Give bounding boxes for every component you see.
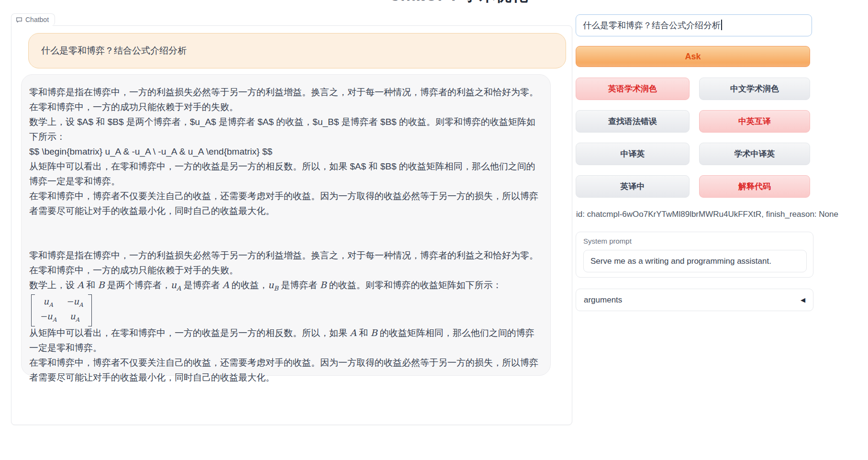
question-input-value: 什么是零和博弈？结合公式介绍分析	[583, 21, 721, 30]
function-button[interactable]: 英译中	[576, 175, 690, 198]
function-button[interactable]: 中译英	[576, 143, 690, 165]
math-inline: A	[350, 327, 356, 338]
bot-paragraph: 在零和博弈中，博弈者不仅要关注自己的收益，还需要考虑对手的收益。因为一方取得的收…	[29, 355, 543, 385]
function-button[interactable]: 学术中译英	[699, 143, 810, 165]
question-input[interactable]: 什么是零和博弈？结合公式介绍分析	[576, 14, 812, 36]
page-title: ChatGPT 学术优化	[389, 0, 528, 6]
function-button[interactable]: 中英互译	[699, 110, 810, 133]
math-inline: A	[223, 280, 229, 290]
system-prompt-group: System prompt	[576, 232, 813, 278]
function-button[interactable]: 中文学术润色	[699, 78, 810, 100]
matrix-cell: −uA	[66, 296, 83, 311]
matrix-cell: −uA	[40, 311, 56, 325]
status-line: id: chatcmpl-6wOo7KrYTwMl89lbrMWRu4UkFFX…	[576, 210, 838, 219]
bot-paragraph: 零和博弈是指在博弈中，一方的利益损失必然等于另一方的利益增益。换言之，对于每一种…	[29, 85, 543, 114]
math-inline: uB	[268, 280, 278, 290]
arguments-accordion[interactable]: arguments ◀	[576, 289, 813, 311]
arguments-accordion-label: arguments	[584, 295, 801, 305]
text-run: 是两个博弈者，	[105, 280, 171, 290]
composer-column: 什么是零和博弈？结合公式介绍分析 Ask 英语学术润色中文学术润色查找语法错误中…	[576, 0, 812, 460]
function-button[interactable]: 英语学术润色	[576, 78, 690, 100]
function-button[interactable]: 查找语法错误	[576, 110, 690, 133]
system-prompt-label: System prompt	[583, 237, 632, 245]
math-inline: B	[320, 280, 326, 290]
matrix-cells: uA−uA−uAuA	[35, 294, 88, 326]
matrix-right-bracket-icon	[88, 294, 92, 326]
text-run: 从矩阵中可以看出，在零和博弈中，一方的收益是另一方的相反数。所以，如果	[29, 328, 350, 338]
matrix-cell: uA	[40, 296, 56, 311]
app-root: ChatGPT 学术优化 Chatbot 什么是零和博弈？结合公式介绍分析 零和…	[0, 0, 868, 460]
user-message-text: 什么是零和博弈？结合公式介绍分析	[41, 45, 187, 57]
collapse-triangle-icon: ◀	[801, 296, 805, 303]
math-inline: uA	[171, 280, 181, 290]
text-run: 和	[356, 328, 371, 338]
math-inline: A	[77, 280, 84, 290]
bot-paragraph: 数学上，设 A 和 B 是两个博弈者，uA 是博弈者 A 的收益，uB 是博弈者…	[29, 278, 543, 296]
chat-bubble-icon	[16, 16, 22, 23]
system-prompt-input[interactable]	[583, 250, 807, 272]
text-caret	[721, 20, 722, 30]
chatbot-panel: 什么是零和博弈？结合公式介绍分析 零和博弈是指在博弈中，一方的利益损失必然等于另…	[11, 25, 572, 425]
ask-button[interactable]: Ask	[576, 46, 810, 67]
text-run: 和	[84, 280, 98, 290]
math-formula-matrix: uA−uA−uAuA	[29, 296, 543, 325]
function-button[interactable]: 解释代码	[699, 175, 810, 198]
bot-paragraph: 零和博弈是指在博弈中，一方的利益损失必然等于另一方的利益增益。换言之，对于每一种…	[29, 248, 543, 278]
bot-paragraph: 数学上，设 $A$ 和 $B$ 是两个博弈者，$u_A$ 是博弈者 $A$ 的收…	[29, 114, 543, 144]
math-inline: B	[98, 280, 105, 290]
text-run: 的收益，	[229, 280, 268, 290]
bot-paragraph: 在零和博弈中，博弈者不仅要关注自己的收益，还需要考虑对手的收益。因为一方取得的收…	[29, 189, 543, 218]
text-run: 数学上，设	[29, 280, 77, 290]
user-message-bubble: 什么是零和博弈？结合公式介绍分析	[28, 33, 566, 68]
text-run: 的收益。则零和博弈的收益矩阵如下所示：	[326, 280, 501, 290]
bot-message-bubble: 零和博弈是指在博弈中，一方的利益损失必然等于另一方的利益增益。换言之，对于每一种…	[21, 74, 551, 376]
bot-message-part1: 零和博弈是指在博弈中，一方的利益损失必然等于另一方的利益增益。换言之，对于每一种…	[29, 85, 543, 218]
text-run: 是博弈者	[278, 280, 320, 290]
bot-paragraph: 从矩阵中可以看出，在零和博弈中，一方的收益是另一方的相反数。所以，如果 A 和 …	[29, 325, 543, 355]
chatbot-label-tab: Chatbot	[11, 13, 55, 26]
matrix-cell: uA	[66, 311, 83, 325]
chatbot-label: Chatbot	[25, 16, 49, 23]
math-inline: B	[371, 327, 378, 338]
bot-message-part2: 零和博弈是指在博弈中，一方的利益损失必然等于另一方的利益增益。换言之，对于每一种…	[29, 248, 543, 385]
bot-paragraph: $$ \begin{bmatrix} u_A & -u_A \ -u_A & u…	[29, 144, 543, 159]
bot-paragraph: 从矩阵中可以看出，在零和博弈中，一方的收益是另一方的相反数。所以，如果 $A$ …	[29, 159, 543, 189]
matrix-left-bracket-icon	[31, 294, 35, 326]
text-run: 是博弈者	[181, 280, 223, 290]
